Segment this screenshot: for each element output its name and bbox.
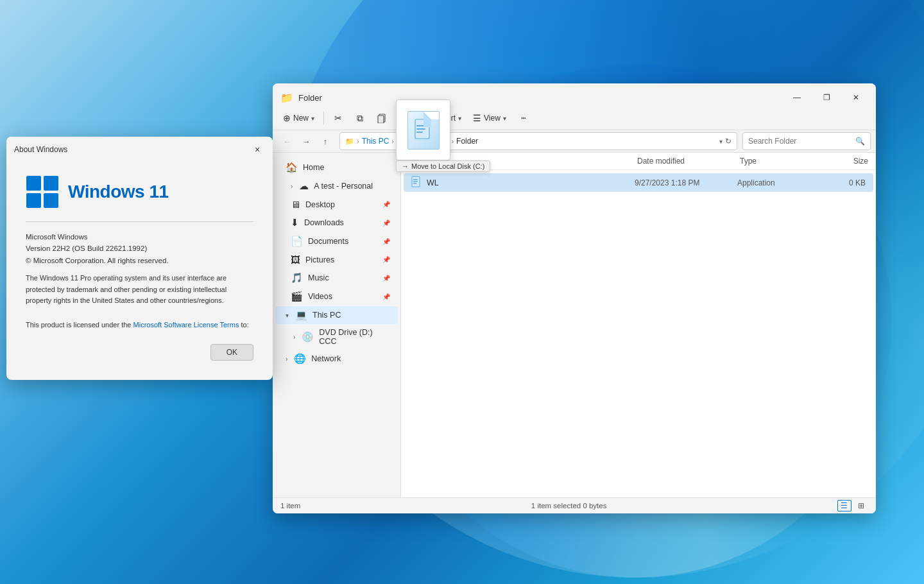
- paste-button[interactable]: [372, 109, 392, 127]
- svg-rect-0: [26, 176, 41, 191]
- svg-rect-1: [44, 176, 58, 191]
- forward-button[interactable]: →: [297, 133, 315, 150]
- about-ok-row: OK: [26, 344, 253, 367]
- col-size[interactable]: Size: [817, 157, 868, 166]
- about-titlebar: About Windows ×: [6, 137, 273, 162]
- file-date: 9/27/2023 1:18 PM: [635, 178, 737, 187]
- new-button[interactable]: ⊕ New ▾: [278, 110, 320, 126]
- dvd-chevron-icon: ›: [293, 334, 295, 341]
- sidebar-item-videos[interactable]: 🎬 Videos 📌: [275, 288, 398, 305]
- sidebar-item-documents[interactable]: 📄 Documents 📌: [275, 232, 398, 250]
- file-type: Application: [737, 178, 814, 187]
- sidebar-item-dvd[interactable]: › 💿 DVD Drive (D:) CCC: [275, 325, 398, 349]
- breadcrumb-sep-1: ›: [357, 137, 359, 145]
- minimize-button[interactable]: —: [782, 89, 812, 107]
- pictures-pin-icon: 📌: [382, 256, 390, 263]
- desktop-pin-icon: 📌: [382, 201, 390, 208]
- breadcrumb-refresh-icon[interactable]: ↻: [725, 137, 732, 146]
- svg-rect-5: [378, 116, 384, 123]
- windows-version-title: Windows 11: [68, 182, 169, 202]
- sidebar-item-atest[interactable]: › ☁ A test - Personal: [275, 177, 398, 195]
- sidebar-item-home[interactable]: 🏠 Home: [275, 159, 398, 176]
- home-icon: 🏠: [286, 162, 298, 173]
- network-icon: 🌐: [294, 353, 306, 365]
- close-button[interactable]: ✕: [841, 89, 871, 107]
- dvd-icon: 💿: [302, 331, 314, 343]
- sidebar-item-pictures[interactable]: 🖼 Pictures 📌: [275, 251, 398, 268]
- downloads-pin-icon: 📌: [382, 219, 390, 227]
- explorer-window: 📁 Folder — ❐ ✕ ⊕ New ▾ ✂ ⧉: [273, 83, 876, 513]
- sort-chevron-icon: ▾: [458, 115, 461, 122]
- breadcrumb-thispc[interactable]: This PC: [362, 137, 389, 146]
- breadcrumb-folder: Folder: [456, 137, 478, 146]
- sidebar-item-network[interactable]: › 🌐 Network: [275, 350, 398, 368]
- drag-preview-inner: [404, 106, 443, 154]
- cut-button[interactable]: ✂: [328, 109, 348, 127]
- view-button[interactable]: ☰ View ▾: [468, 110, 511, 126]
- desktop-icon: 🖥: [291, 199, 300, 210]
- windows-label: Windows: [68, 182, 144, 202]
- status-item-count: 1 item: [280, 502, 300, 510]
- breadcrumb-sep-3: ›: [451, 137, 454, 145]
- more-button[interactable]: ···: [513, 109, 533, 127]
- about-divider: [26, 221, 253, 222]
- status-selected-info: 1 item selected 0 bytes: [531, 502, 607, 510]
- search-input[interactable]: [748, 137, 851, 146]
- col-type[interactable]: Type: [740, 157, 817, 166]
- file-icon: [411, 176, 422, 189]
- new-icon: ⊕: [283, 113, 291, 123]
- about-ok-button[interactable]: OK: [210, 344, 253, 361]
- license-link[interactable]: Microsoft Software License Terms: [133, 321, 239, 329]
- thispc-chevron-icon: ▾: [286, 312, 289, 319]
- svg-rect-13: [416, 132, 423, 133]
- about-close-button[interactable]: ×: [250, 142, 265, 157]
- drag-preview: [396, 99, 450, 160]
- desktop: About Windows × Windows 11 Microsoft Win…: [0, 0, 924, 584]
- back-button[interactable]: ←: [278, 133, 296, 150]
- view-icon: ☰: [473, 113, 481, 123]
- copy-button[interactable]: ⧉: [350, 109, 370, 127]
- explorer-navbar: ← → ↑ 📁 › This PC › WindowsLatest › Fold…: [273, 130, 876, 153]
- col-date[interactable]: Date modified: [637, 157, 740, 166]
- about-content: Windows 11 Microsoft Windows Version 22H…: [6, 162, 273, 380]
- breadcrumb-sep-2: ›: [391, 137, 394, 145]
- up-button[interactable]: ↑: [316, 133, 334, 150]
- svg-rect-7: [413, 179, 418, 180]
- grid-view-button[interactable]: ⊞: [854, 500, 868, 511]
- sidebar-item-music[interactable]: 🎵 Music 📌: [275, 269, 398, 287]
- explorer-body: 🏠 Home › ☁ A test - Personal 🖥 Desktop 📌: [273, 153, 876, 497]
- about-ms-info: Microsoft Windows Version 22H2 (OS Build…: [26, 231, 253, 266]
- videos-icon: 🎬: [291, 291, 303, 302]
- about-description: The Windows 11 Pro operating system and …: [26, 273, 253, 307]
- maximize-button[interactable]: ❐: [812, 89, 841, 107]
- sidebar-item-thispc[interactable]: ▾ 💻 This PC: [275, 306, 398, 324]
- search-icon: 🔍: [855, 137, 865, 146]
- documents-pin-icon: 📌: [382, 238, 390, 245]
- sidebar-item-downloads[interactable]: ⬇ Downloads 📌: [275, 214, 398, 232]
- explorer-toolbar: ⊕ New ▾ ✂ ⧉ 🗑 ↕ Sort ▾ ☰: [273, 107, 876, 130]
- explorer-statusbar: 1 item 1 item selected 0 bytes ☰ ⊞: [273, 497, 876, 513]
- list-view-button[interactable]: ☰: [837, 500, 851, 511]
- explorer-titlebar: 📁 Folder — ❐ ✕: [273, 83, 876, 107]
- svg-rect-3: [44, 193, 58, 208]
- atest-chevron-icon: ›: [291, 183, 293, 190]
- about-logo-row: Windows 11: [26, 175, 253, 209]
- atest-cloud-icon: ☁: [299, 180, 309, 192]
- breadcrumb-dropdown-icon[interactable]: ▾: [719, 138, 723, 145]
- about-license: This product is licensed under the Micro…: [26, 320, 253, 331]
- table-row[interactable]: WL 9/27/2023 1:18 PM Application 0 KB: [404, 173, 873, 192]
- search-box: 🔍: [742, 132, 871, 150]
- toolbar-separator-1: [323, 112, 324, 125]
- thispc-icon: 💻: [295, 309, 307, 321]
- downloads-icon: ⬇: [291, 217, 299, 228]
- breadcrumb-folder-icon: 📁: [345, 137, 354, 146]
- pictures-icon: 🖼: [291, 254, 300, 265]
- move-tooltip: → Move to Local Disk (C:): [396, 160, 490, 172]
- statusbar-view-controls: ☰ ⊞: [837, 500, 868, 511]
- explorer-sidebar: 🏠 Home › ☁ A test - Personal 🖥 Desktop 📌: [273, 153, 401, 497]
- explorer-title-left: 📁 Folder: [280, 92, 322, 104]
- file-list-body: WL 9/27/2023 1:18 PM Application 0 KB: [401, 170, 876, 497]
- file-size: 0 KB: [814, 178, 866, 187]
- sidebar-item-desktop[interactable]: 🖥 Desktop 📌: [275, 196, 398, 213]
- move-arrow-icon: →: [402, 162, 409, 170]
